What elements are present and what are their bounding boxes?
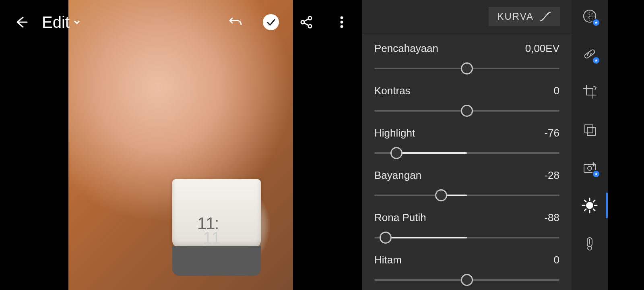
curve-tab[interactable]: KURVA xyxy=(489,7,560,26)
svg-point-4 xyxy=(341,21,343,24)
slider-thumb[interactable] xyxy=(435,189,447,201)
tool-color[interactable] xyxy=(581,234,599,252)
tool-rail xyxy=(572,0,608,290)
slider-value: -76 xyxy=(544,127,559,139)
svg-point-14 xyxy=(588,166,592,170)
mode-label: Edit xyxy=(42,13,70,31)
slider-thumb[interactable] xyxy=(461,62,473,75)
panel-header: KURVA xyxy=(362,0,572,33)
slider-row-blacks: Hitam0 xyxy=(374,254,559,286)
slider-value: -88 xyxy=(544,211,559,224)
slider-name: Highlight xyxy=(374,127,415,139)
slider-name: Hitam xyxy=(374,254,402,266)
svg-line-22 xyxy=(593,200,595,202)
slider-row-exposure: Pencahayaan0,00EV xyxy=(374,42,559,75)
share-button[interactable] xyxy=(298,14,315,31)
slider-value: 0,00EV xyxy=(525,42,559,55)
slider-value: -28 xyxy=(544,169,559,182)
color-icon xyxy=(582,235,598,251)
caret-down-icon xyxy=(73,18,81,26)
tool-crop[interactable] xyxy=(581,83,599,101)
slider-shadows[interactable] xyxy=(374,189,559,202)
overflow-menu-button[interactable] xyxy=(333,14,350,31)
curve-tab-label: KURVA xyxy=(497,11,534,22)
presets-icon xyxy=(582,122,598,138)
svg-point-15 xyxy=(586,202,593,209)
svg-point-3 xyxy=(341,17,343,19)
svg-line-23 xyxy=(584,209,586,211)
slider-labels: Bayangan-28 xyxy=(374,169,559,182)
commit-button[interactable] xyxy=(262,14,279,31)
slider-name: Rona Putih xyxy=(374,211,426,224)
active-tool-indicator xyxy=(606,193,608,218)
svg-rect-12 xyxy=(587,127,595,135)
slider-labels: Highlight-76 xyxy=(374,127,559,139)
slider-thumb[interactable] xyxy=(461,105,473,117)
slider-highlights[interactable] xyxy=(374,147,559,160)
arrow-left-icon xyxy=(14,15,29,29)
canvas-area: 11: 11 Edit xyxy=(0,0,362,290)
slider-thumb[interactable] xyxy=(380,232,392,244)
slider-labels: Pencahayaan0,00EV xyxy=(374,42,559,55)
premium-badge xyxy=(592,19,600,27)
share-icon xyxy=(299,15,314,29)
slider-thumb[interactable] xyxy=(390,147,402,159)
photo-preview[interactable]: 11: 11 xyxy=(68,0,293,290)
slider-name: Pencahayaan xyxy=(374,42,438,55)
slider-row-contrast: Kontras0 xyxy=(374,85,559,117)
tool-light[interactable] xyxy=(581,197,599,214)
premium-badge xyxy=(592,56,600,64)
slider-value: 0 xyxy=(554,85,559,97)
slider-list: Pencahayaan0,00EVKontras0Highlight-76Bay… xyxy=(362,33,572,290)
slider-name: Kontras xyxy=(374,85,411,97)
undo-button[interactable] xyxy=(227,14,244,31)
svg-rect-11 xyxy=(585,125,593,133)
svg-line-20 xyxy=(584,200,586,202)
mode-dropdown[interactable]: Edit xyxy=(42,13,81,31)
tool-auto[interactable] xyxy=(581,159,599,176)
undo-icon xyxy=(228,15,243,29)
tool-presets[interactable] xyxy=(581,121,599,139)
slider-contrast[interactable] xyxy=(374,104,559,117)
slider-exposure[interactable] xyxy=(374,62,559,75)
slider-row-highlights: Highlight-76 xyxy=(374,127,559,160)
slider-row-shadows: Bayangan-28 xyxy=(374,169,559,202)
svg-point-5 xyxy=(341,25,343,28)
back-button[interactable] xyxy=(13,14,30,31)
slider-value: 0 xyxy=(554,254,559,266)
slider-labels: Hitam0 xyxy=(374,254,559,266)
more-vertical-icon xyxy=(334,15,349,29)
light-icon xyxy=(582,197,598,213)
premium-badge xyxy=(592,170,600,178)
svg-line-21 xyxy=(593,209,595,211)
slider-name: Bayangan xyxy=(374,169,421,182)
adjustments-panel: KURVA Pencahayaan0,00EVKontras0Highlight… xyxy=(362,0,572,290)
crop-icon xyxy=(582,84,598,100)
slider-row-whites: Rona Putih-88 xyxy=(374,211,559,244)
tool-healing[interactable] xyxy=(581,45,599,63)
check-icon xyxy=(266,17,276,27)
cup-text-2: 11 xyxy=(203,228,220,248)
slider-blacks[interactable] xyxy=(374,273,559,286)
curve-icon xyxy=(539,11,551,22)
tool-masking[interactable] xyxy=(581,7,599,25)
cup-graphic: 11: 11 xyxy=(172,179,261,276)
slider-whites[interactable] xyxy=(374,231,559,244)
slider-thumb[interactable] xyxy=(461,274,473,286)
slider-labels: Rona Putih-88 xyxy=(374,211,559,224)
app-root: 11: 11 Edit xyxy=(0,0,644,290)
slider-labels: Kontras0 xyxy=(374,85,559,97)
